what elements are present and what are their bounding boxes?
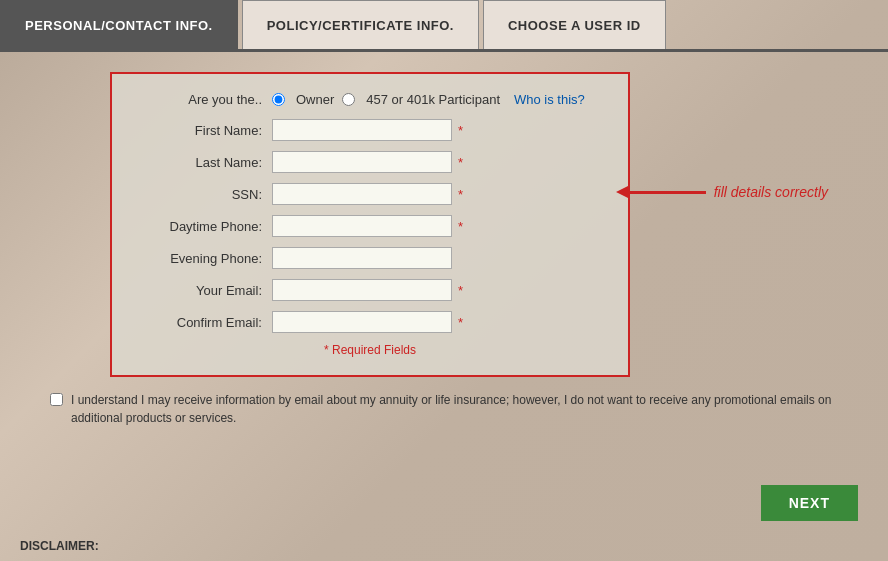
first-name-label: First Name: <box>142 123 272 138</box>
annotation: fill details correctly <box>626 184 828 200</box>
email-label: Your Email: <box>142 283 272 298</box>
last-name-required: * <box>458 155 463 170</box>
confirm-email-row: Confirm Email: * <box>142 311 598 333</box>
ssn-label: SSN: <box>142 187 272 202</box>
owner-label: Owner <box>296 92 334 107</box>
daytime-phone-label: Daytime Phone: <box>142 219 272 234</box>
last-name-row: Last Name: * <box>142 151 598 173</box>
ssn-row: SSN: * <box>142 183 598 205</box>
evening-phone-row: Evening Phone: <box>142 247 598 269</box>
disclaimer-text: I understand I may receive information b… <box>71 391 838 427</box>
disclaimer-row: I understand I may receive information b… <box>50 391 838 427</box>
last-name-input[interactable] <box>272 151 452 173</box>
disclaimer-checkbox[interactable] <box>50 393 63 406</box>
are-you-row: Are you the.. Owner 457 or 401k Particip… <box>142 92 598 107</box>
form-container: Are you the.. Owner 457 or 401k Particip… <box>110 72 630 377</box>
radio-group: Owner 457 or 401k Participant Who is thi… <box>272 92 585 107</box>
tab-bar: PERSONAL/CONTACT INFO. POLICY/CERTIFICAT… <box>0 0 888 52</box>
form-area: Are you the.. Owner 457 or 401k Particip… <box>30 72 858 377</box>
tab-policy[interactable]: POLICY/CERTIFICATE INFO. <box>242 0 479 49</box>
tab-userid[interactable]: CHOOSE A USER ID <box>483 0 666 49</box>
are-you-label: Are you the.. <box>142 92 272 107</box>
confirm-email-required: * <box>458 315 463 330</box>
owner-radio[interactable] <box>272 93 285 106</box>
required-note: * Required Fields <box>142 343 598 357</box>
last-name-label: Last Name: <box>142 155 272 170</box>
ssn-input[interactable] <box>272 183 452 205</box>
daytime-phone-input[interactable] <box>272 215 452 237</box>
bottom-bar: NEXT <box>761 485 858 521</box>
next-button[interactable]: NEXT <box>761 485 858 521</box>
email-required: * <box>458 283 463 298</box>
participant-label: 457 or 401k Participant <box>366 92 500 107</box>
confirm-email-label: Confirm Email: <box>142 315 272 330</box>
daytime-phone-required: * <box>458 219 463 234</box>
main-content: Are you the.. Owner 457 or 401k Particip… <box>0 52 888 455</box>
ssn-required: * <box>458 187 463 202</box>
evening-phone-label: Evening Phone: <box>142 251 272 266</box>
disclaimer-label: DISCLAIMER: <box>20 539 99 553</box>
annotation-text: fill details correctly <box>714 184 828 200</box>
first-name-input[interactable] <box>272 119 452 141</box>
tab-personal[interactable]: PERSONAL/CONTACT INFO. <box>0 0 238 49</box>
participant-radio[interactable] <box>342 93 355 106</box>
evening-phone-input[interactable] <box>272 247 452 269</box>
confirm-email-input[interactable] <box>272 311 452 333</box>
first-name-required: * <box>458 123 463 138</box>
arrow-icon <box>626 191 706 194</box>
first-name-row: First Name: * <box>142 119 598 141</box>
email-row: Your Email: * <box>142 279 598 301</box>
who-is-this-link[interactable]: Who is this? <box>514 92 585 107</box>
daytime-phone-row: Daytime Phone: * <box>142 215 598 237</box>
email-input[interactable] <box>272 279 452 301</box>
